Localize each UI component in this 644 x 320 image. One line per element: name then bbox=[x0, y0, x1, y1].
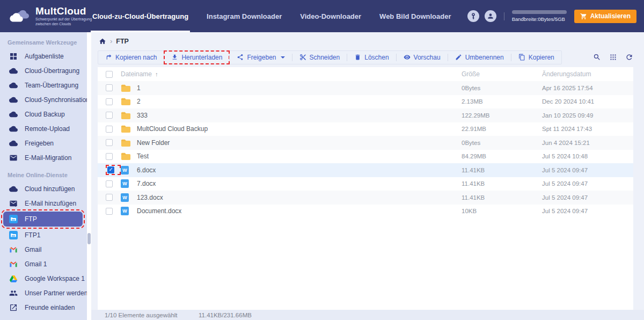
table-row-1[interactable]: 10BytesApr 16 2025 17:54 bbox=[98, 81, 633, 95]
sidebar-item-gmail-1[interactable]: Gmail 1 bbox=[0, 257, 87, 271]
folder-icon bbox=[121, 84, 131, 92]
row-checkbox[interactable] bbox=[106, 84, 113, 91]
row-checkbox[interactable] bbox=[106, 180, 113, 187]
table-row-123-docx[interactable]: W123.docx11.41KBJul 5 2024 09:47 bbox=[98, 191, 633, 205]
share-icon bbox=[237, 54, 244, 61]
sidebar-item-label: Aufgabenliste bbox=[25, 53, 64, 60]
sidebar-item-team-ubertragung[interactable]: Team-Übertragung bbox=[0, 78, 87, 92]
row-checkbox[interactable] bbox=[107, 166, 114, 173]
table-row-2[interactable]: 22.13MBDec 20 2024 10:41 bbox=[98, 95, 633, 109]
user-icon[interactable] bbox=[485, 10, 496, 22]
sort-asc-icon: ↑ bbox=[155, 71, 158, 77]
sidebar-item-freunde-einladen[interactable]: Freunde einladen bbox=[0, 300, 87, 315]
nav-tab-instagram-downloader[interactable]: Instagram Downloader bbox=[207, 0, 282, 32]
file-date: Apr 16 2025 17:54 bbox=[542, 85, 633, 91]
table-row-7-docx[interactable]: W7.docx11.41KBJul 5 2024 09:47 bbox=[98, 177, 633, 191]
row-checkbox[interactable] bbox=[106, 139, 113, 146]
file-type-cell: W bbox=[121, 179, 137, 188]
ftp-folder-icon bbox=[9, 230, 18, 239]
gdrive-icon bbox=[9, 274, 18, 283]
sidebar-section-gap bbox=[0, 165, 87, 170]
schneiden-button[interactable]: Schneiden bbox=[292, 51, 347, 64]
file-date: Jul 5 2024 09:47 bbox=[542, 208, 633, 214]
sidebar-scrollbar[interactable] bbox=[87, 32, 91, 320]
loschen-button[interactable]: Löschen bbox=[347, 51, 396, 64]
checkbox-dashed-highlight bbox=[106, 165, 121, 175]
file-name[interactable]: 2 bbox=[137, 98, 462, 105]
nav-tab-video-downloader[interactable]: Video-Downloader bbox=[300, 0, 361, 32]
column-header-name-label: Dateiname bbox=[121, 70, 152, 78]
file-name[interactable]: 6.docx bbox=[137, 166, 462, 174]
row-checkbox[interactable] bbox=[106, 153, 113, 160]
sidebar-item-ftp[interactable]: FTP bbox=[3, 212, 83, 227]
file-name[interactable]: Test bbox=[137, 152, 462, 160]
grid-view-icon[interactable] bbox=[609, 53, 617, 61]
selection-count-text: 1/10 Elemente ausgewählt bbox=[105, 312, 199, 318]
file-name[interactable]: 1 bbox=[137, 84, 462, 92]
brand-logo[interactable]: MultCloud Schwerpunkt auf der Übertragun… bbox=[0, 6, 92, 26]
breadcrumb-current: FTP bbox=[116, 38, 129, 45]
table-row-new-folder[interactable]: New Folder0BytesJun 4 2024 15:21 bbox=[98, 136, 633, 150]
freigeben-button[interactable]: Freigeben bbox=[230, 51, 291, 64]
sidebar-item-google-workspace-1[interactable]: Google Workspace 1 bbox=[0, 271, 87, 286]
statusbar: 1/10 Elemente ausgewählt 11.41KB/231.66M… bbox=[91, 310, 644, 320]
sidebar-item-unser-partner-werden[interactable]: Unser Partner werden bbox=[0, 286, 87, 300]
app-header: MultCloud Schwerpunkt auf der Übertragun… bbox=[0, 0, 644, 32]
row-checkbox[interactable] bbox=[106, 208, 113, 215]
file-name[interactable]: MultCloud Cloud Backup bbox=[137, 125, 462, 133]
column-header-name[interactable]: Dateiname ↑ bbox=[121, 70, 462, 78]
sidebar-item-gmail[interactable]: Gmail bbox=[0, 242, 87, 257]
file-name[interactable]: New Folder bbox=[137, 139, 462, 147]
file-name[interactable]: 333 bbox=[137, 112, 462, 119]
sidebar-list: Gemeinsame WerkzeugeAufgabenlisteCloud-Ü… bbox=[0, 32, 87, 320]
sidebar-scrollbar-thumb[interactable] bbox=[87, 233, 91, 244]
row-checkbox[interactable] bbox=[106, 194, 113, 201]
sidebar-item-cloud-backup[interactable]: Cloud Backup bbox=[0, 107, 87, 121]
sidebar-item-e-mail-migration[interactable]: E-Mail-Migration bbox=[0, 150, 87, 165]
table-row-333[interactable]: 333122.29MBJan 10 2025 09:49 bbox=[98, 108, 633, 122]
umbenennen-button[interactable]: Umbenennen bbox=[448, 51, 511, 64]
table-row-6-docx[interactable]: W6.docx11.41KBJul 5 2024 09:47 bbox=[98, 163, 633, 177]
brand-tagline-2: zwischen den Clouds bbox=[35, 21, 92, 26]
sidebar-item-aufgabenliste[interactable]: Aufgabenliste bbox=[0, 49, 87, 63]
file-name[interactable]: 7.docx bbox=[137, 180, 462, 187]
file-type-cell: W bbox=[121, 207, 137, 215]
file-name[interactable]: Document.docx bbox=[137, 207, 462, 215]
select-all-checkbox[interactable] bbox=[106, 71, 113, 78]
sidebar-item-cloud-hinzufugen[interactable]: Cloud hinzufügen bbox=[0, 181, 87, 196]
sidebar-item-freigeben[interactable]: Freigeben bbox=[0, 136, 87, 150]
sidebar-item-label: Cloud-Synchronisation bbox=[25, 96, 87, 104]
row-checkbox[interactable] bbox=[106, 98, 113, 105]
herunterladen-button[interactable]: Herunterladen bbox=[164, 51, 229, 64]
nav-tab-web-bild-downloader[interactable]: Web Bild Downloader bbox=[379, 0, 451, 32]
cloud-backup-icon bbox=[9, 110, 18, 119]
sidebar-item-remote-upload[interactable]: Remote-Upload bbox=[0, 121, 87, 136]
sidebar-item-cloud-ubertragung[interactable]: Cloud-Übertragung bbox=[0, 63, 87, 78]
toolbar-button-label: Vorschau bbox=[414, 54, 441, 61]
key-icon[interactable] bbox=[467, 10, 479, 22]
bandwidth-meter: Bandbreite:0Bytes/5GB bbox=[512, 10, 567, 22]
row-checkbox[interactable] bbox=[106, 126, 113, 133]
table-row-multcloud-cloud-backup[interactable]: MultCloud Cloud Backup22.91MBSpt 11 2024… bbox=[98, 122, 633, 136]
copy-to-icon bbox=[105, 54, 112, 61]
upgrade-button[interactable]: Aktualisieren bbox=[574, 10, 636, 23]
kopieren-button[interactable]: Kopieren bbox=[511, 51, 561, 64]
sidebar-item-e-mail-hinzufugen[interactable]: E-Mail hinzufügen bbox=[0, 196, 87, 210]
home-icon[interactable] bbox=[99, 38, 106, 45]
table-row-test[interactable]: Test84.29MBJul 5 2024 10:48 bbox=[98, 150, 633, 164]
refresh-icon[interactable] bbox=[625, 53, 633, 61]
table-row-document-docx[interactable]: WDocument.docx10KBJul 5 2024 09:47 bbox=[98, 205, 633, 219]
toolbar-row: Kopieren nachHerunterladenFreigebenSchne… bbox=[91, 50, 644, 64]
scissors-icon bbox=[299, 54, 306, 61]
kopieren-nach-button[interactable]: Kopieren nach bbox=[98, 51, 164, 64]
file-name[interactable]: 123.docx bbox=[137, 194, 462, 201]
vorschau-button[interactable]: Vorschau bbox=[397, 51, 448, 64]
file-size: 0Bytes bbox=[462, 85, 542, 91]
nav-tab-cloud-zu-cloud-ubertragung[interactable]: Cloud-zu-Cloud-Übertragung bbox=[92, 0, 188, 32]
row-checkbox[interactable] bbox=[106, 112, 113, 119]
content-area: Gemeinsame WerkzeugeAufgabenlisteCloud-Ü… bbox=[0, 32, 644, 320]
sidebar-item-cloud-synchronisation[interactable]: Cloud-Synchronisation bbox=[0, 92, 87, 107]
trash-icon bbox=[354, 54, 361, 61]
sidebar-item-ftp1[interactable]: FTP1 bbox=[0, 228, 87, 242]
search-icon[interactable] bbox=[593, 53, 601, 61]
